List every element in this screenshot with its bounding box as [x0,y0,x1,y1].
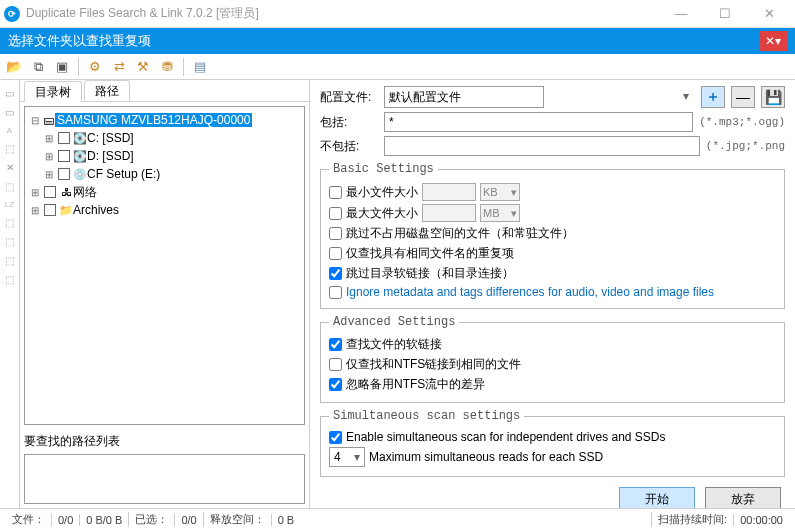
tree-expand-icon[interactable]: ⊞ [43,169,55,180]
tab-tree[interactable]: 目录树 [24,81,82,102]
tree-checkbox[interactable] [58,132,70,144]
max-size-input[interactable] [422,204,476,222]
simul-legend: Simultaneous scan settings [329,409,524,423]
status-free-value: 0 B [271,514,301,526]
profile-add-button[interactable]: ＋ [701,86,725,108]
app-icon: ⟳ [4,6,20,22]
tree-checkbox[interactable] [58,168,70,180]
strip-icon[interactable]: ⬚ [5,143,14,154]
minimize-button[interactable]: — [659,0,703,28]
exclude-input[interactable] [384,136,700,156]
basic-legend: Basic Settings [329,162,438,176]
find-symlinks-checkbox[interactable] [329,338,342,351]
disk-icon: 💿 [73,168,87,181]
tool-icon-4[interactable]: ⛃ [157,57,177,77]
tree-root[interactable]: SAMSUNG MZVLB512HAJQ-00000 [55,113,252,127]
skip-zero-label: 跳过不占用磁盘空间的文件（和常驻文件） [346,225,574,242]
strip-icon[interactable]: ▭ [5,107,14,118]
status-scantime-label: 扫描持续时间: [651,512,733,527]
include-input[interactable] [384,112,693,132]
strip-label: LZ [5,200,14,209]
copy-icon[interactable]: ⧉ [28,57,48,77]
simultaneous-settings-group: Simultaneous scan settings Enable simult… [320,409,785,477]
same-name-label: 仅查找具有相同文件名的重复项 [346,245,514,262]
maximize-button[interactable]: ☐ [703,0,747,28]
strip-icon[interactable]: ⬚ [5,236,14,247]
only-ntfs-checkbox[interactable] [329,358,342,371]
ignore-ntfs-checkbox[interactable] [329,378,342,391]
tree-expand-icon[interactable]: ⊞ [43,151,55,162]
skip-symlink-checkbox[interactable] [329,267,342,280]
path-list-box[interactable] [24,454,305,504]
tree-item[interactable]: D: [SSD] [87,149,134,163]
tool-icon-3[interactable]: ⚒ [133,57,153,77]
advanced-legend: Advanced Settings [329,315,459,329]
tree-item[interactable]: 网络 [73,184,97,201]
strip-icon[interactable]: ▭ [5,88,14,99]
close-button[interactable]: ✕ [747,0,791,28]
simul-enable-checkbox[interactable] [329,431,342,444]
toolbar-separator [183,58,184,76]
exclude-hint: (*.jpg;*.png [706,140,785,152]
min-size-input[interactable] [422,183,476,201]
tool-icon-1[interactable]: ⚙ [85,57,105,77]
basic-settings-group: Basic Settings 最小文件大小KB▾ 最大文件大小MB▾ 跳过不占用… [320,162,785,309]
max-size-checkbox[interactable] [329,207,342,220]
min-size-checkbox[interactable] [329,186,342,199]
simul-enable-label: Enable simultaneous scan for independent… [346,430,666,444]
tree-checkbox[interactable] [58,150,70,162]
profile-save-button[interactable]: 💾 [761,86,785,108]
toolbar: 📂 ⧉ ▣ ⚙ ⇄ ⚒ ⛃ ▤ [0,54,795,80]
profile-label: 配置文件: [320,89,378,106]
cancel-button[interactable]: 放弃 [705,487,781,508]
tree-item[interactable]: C: [SSD] [87,131,134,145]
strip-icon[interactable]: ⬚ [5,274,14,285]
status-selected-count: 0/0 [174,514,202,526]
profile-remove-button[interactable]: — [731,86,755,108]
only-ntfs-label: 仅查找和NTFS链接到相同的文件 [346,356,521,373]
tool-icon-5[interactable]: ▤ [190,57,210,77]
stack-icon[interactable]: ▣ [52,57,72,77]
include-label: 包括: [320,114,378,131]
titlebar: ⟳ Duplicate Files Search & Link 7.0.2 [管… [0,0,795,28]
tab-path[interactable]: 路径 [84,80,130,101]
max-size-unit[interactable]: MB▾ [480,204,520,222]
status-free-label: 释放空间： [203,512,271,527]
simul-count-select[interactable]: 4▾ [329,447,365,467]
tree-checkbox[interactable] [44,204,56,216]
panel-close-button[interactable]: ✕▾ [759,31,787,51]
profile-select[interactable] [384,86,544,108]
find-symlinks-label: 查找文件的软链接 [346,336,442,353]
tree-expand-icon[interactable]: ⊞ [29,187,41,198]
sub-header: 选择文件夹以查找重复项 ✕▾ [0,28,795,54]
tree-item[interactable]: CF Setup (E:) [87,167,160,181]
same-name-checkbox[interactable] [329,247,342,260]
tree-expand-icon[interactable]: ⊞ [29,205,41,216]
strip-icon[interactable]: ⬚ [5,181,14,192]
tree-collapse-icon[interactable]: ⊟ [29,115,41,126]
min-size-unit[interactable]: KB▾ [480,183,520,201]
drive-icon: 🖴 [41,114,55,126]
sub-header-title: 选择文件夹以查找重复项 [8,32,151,50]
skip-zero-checkbox[interactable] [329,227,342,240]
ignore-meta-checkbox[interactable] [329,286,342,299]
folder-open-icon[interactable]: 📂 [4,57,24,77]
simul-max-label: Maximum simultaneous reads for each SSD [369,450,603,464]
tree-expand-icon[interactable]: ⊞ [43,133,55,144]
status-files-label: 文件： [6,512,51,527]
tree-checkbox[interactable] [44,186,56,198]
strip-icon[interactable]: ✕ [6,162,14,173]
strip-icon[interactable]: ⬚ [5,217,14,228]
disk-icon: 💽 [73,150,87,163]
tree-item[interactable]: Archives [73,203,119,217]
start-button[interactable]: 开始 [619,487,695,508]
strip-icon[interactable]: ⬚ [5,255,14,266]
strip-label: A [7,126,12,135]
status-selected-label: 已选： [128,512,174,527]
skip-symlink-label: 跳过目录软链接（和目录连接） [346,265,514,282]
right-panel: 配置文件: ＋ — 💾 包括: (*.mp3;*.ogg) 不包括: (*.jp… [310,80,795,508]
left-tool-strip: ▭ ▭ A ⬚ ✕ ⬚ LZ ⬚ ⬚ ⬚ ⬚ [0,80,20,508]
tool-icon-2[interactable]: ⇄ [109,57,129,77]
directory-tree[interactable]: ⊟🖴SAMSUNG MZVLB512HAJQ-00000 ⊞💽C: [SSD] … [24,106,305,425]
left-tabs: 目录树 路径 [20,80,309,102]
